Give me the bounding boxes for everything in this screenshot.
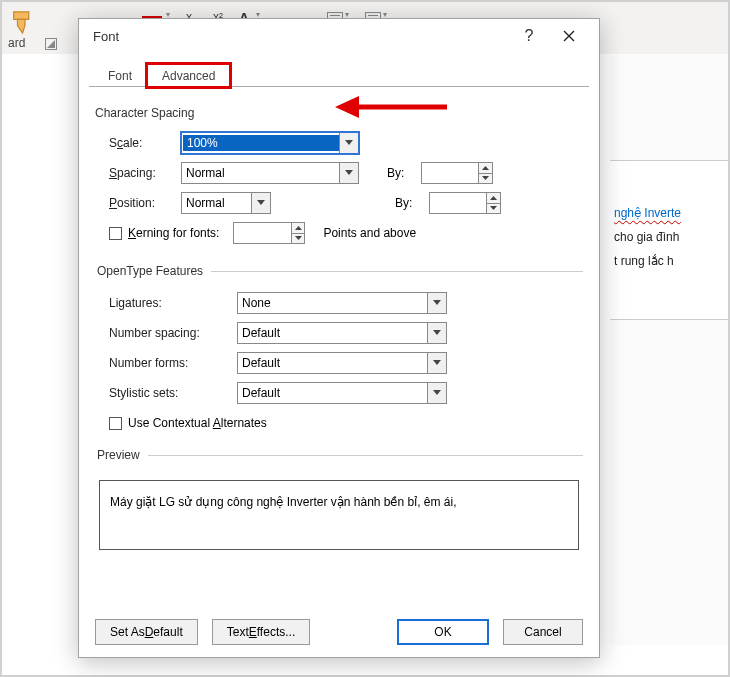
position-by-value[interactable]	[430, 194, 486, 212]
checkbox-icon	[109, 417, 122, 430]
ligatures-value: None	[238, 296, 427, 310]
position-combo[interactable]: Normal	[181, 192, 271, 214]
help-button[interactable]: ?	[509, 21, 549, 51]
tab-advanced[interactable]: Advanced	[147, 64, 230, 87]
stylistic-sets-label: Stylistic sets:	[109, 386, 229, 400]
doc-text-line: nghệ Inverte	[614, 201, 724, 225]
font-dialog: Font ? Font Advanced Character Spacing S…	[78, 18, 600, 658]
checkbox-icon	[109, 227, 122, 240]
dropdown-button[interactable]	[427, 383, 446, 403]
number-spacing-combo[interactable]: Default	[237, 322, 447, 344]
ligatures-label: Ligatures:	[109, 296, 229, 310]
spacing-by-label: By:	[387, 166, 413, 180]
document-page-fragment: nghệ Inverte cho gia đình t rung lắc h	[610, 160, 728, 320]
ribbon-group-label: ard	[8, 36, 25, 50]
caret-up-icon	[295, 226, 302, 230]
dropdown-button[interactable]	[427, 323, 446, 343]
document-background	[610, 55, 728, 645]
caret-down-icon	[490, 206, 497, 210]
kerning-checkbox[interactable]: Kerning for fonts:	[109, 226, 219, 240]
kerning-suffix: Points and above	[323, 226, 416, 240]
position-label: Position:	[109, 196, 173, 210]
number-forms-value: Default	[238, 356, 427, 370]
dropdown-button[interactable]	[427, 353, 446, 373]
caret-up-icon	[490, 196, 497, 200]
spacing-combo[interactable]: Normal	[181, 162, 359, 184]
caret-down-icon	[482, 176, 489, 180]
character-spacing-group: Character Spacing Scale: 100% Spacing: N…	[95, 106, 583, 248]
cancel-button[interactable]: Cancel	[503, 619, 583, 645]
contextual-alternates-checkbox[interactable]: Use Contextual Alternates	[109, 416, 267, 430]
dialog-launcher-icon[interactable]	[45, 38, 57, 50]
dropdown-button[interactable]	[251, 193, 270, 213]
scale-combo[interactable]: 100%	[181, 132, 359, 154]
spin-up-button[interactable]	[479, 163, 492, 174]
chevron-down-icon	[433, 360, 441, 366]
position-by-label: By:	[395, 196, 421, 210]
opentype-features-group: OpenType Features Ligatures: None Number…	[95, 264, 583, 438]
preview-box: Máy giặt LG sử dụng công nghệ Inverter v…	[99, 480, 579, 550]
number-forms-label: Number forms:	[109, 356, 229, 370]
number-spacing-label: Number spacing:	[109, 326, 229, 340]
scale-value: 100%	[183, 135, 339, 151]
dropdown-button[interactable]	[427, 293, 446, 313]
doc-text-line: t rung lắc h	[614, 249, 724, 273]
spacing-by-value[interactable]	[422, 164, 478, 182]
number-forms-combo[interactable]: Default	[237, 352, 447, 374]
spacing-by-spinner[interactable]	[421, 162, 493, 184]
dialog-titlebar[interactable]: Font ?	[79, 19, 599, 53]
dropdown-button[interactable]	[339, 133, 358, 153]
stylistic-sets-value: Default	[238, 386, 427, 400]
spacing-label: Spacing:	[109, 166, 173, 180]
doc-text-line: cho gia đình	[614, 225, 724, 249]
preview-group: Preview Máy giặt LG sử dụng công nghệ In…	[95, 448, 583, 550]
chevron-down-icon	[345, 170, 353, 176]
set-as-default-button[interactable]: Set As Default	[95, 619, 198, 645]
position-value: Normal	[182, 196, 251, 210]
format-painter-icon	[10, 8, 40, 38]
ok-button[interactable]: OK	[397, 619, 489, 645]
contextual-alternates-label: Use Contextual Alternates	[128, 416, 267, 430]
scale-label: Scale:	[109, 136, 173, 150]
dialog-title: Font	[89, 29, 509, 44]
caret-up-icon	[482, 166, 489, 170]
spin-down-button[interactable]	[479, 174, 492, 184]
spin-up-button[interactable]	[292, 223, 305, 234]
close-button[interactable]	[549, 21, 589, 51]
dialog-tabs: Font Advanced	[79, 59, 599, 87]
ligatures-combo[interactable]: None	[237, 292, 447, 314]
group-title: OpenType Features	[95, 264, 211, 278]
chevron-down-icon	[345, 140, 353, 146]
text-effects-button[interactable]: Text Effects...	[212, 619, 311, 645]
spin-down-button[interactable]	[292, 234, 305, 244]
number-spacing-value: Default	[238, 326, 427, 340]
kerning-spinner[interactable]	[233, 222, 305, 244]
group-title: Preview	[95, 448, 148, 462]
stylistic-sets-combo[interactable]: Default	[237, 382, 447, 404]
close-icon	[563, 30, 575, 42]
kerning-label: Kerning for fonts:	[128, 226, 219, 240]
chevron-down-icon	[433, 390, 441, 396]
caret-down-icon	[295, 236, 302, 240]
chevron-down-icon	[433, 300, 441, 306]
tab-font[interactable]: Font	[93, 64, 147, 87]
spacing-value: Normal	[182, 166, 339, 180]
kerning-value[interactable]	[234, 224, 290, 242]
spin-up-button[interactable]	[487, 193, 500, 204]
dropdown-button[interactable]	[339, 163, 358, 183]
preview-text: Máy giặt LG sử dụng công nghệ Inverter v…	[110, 495, 457, 509]
dialog-button-bar: Set As Default Text Effects... OK Cancel	[79, 619, 599, 645]
spin-down-button[interactable]	[487, 204, 500, 214]
group-title: Character Spacing	[95, 106, 583, 120]
position-by-spinner[interactable]	[429, 192, 501, 214]
chevron-down-icon	[433, 330, 441, 336]
chevron-down-icon	[257, 200, 265, 206]
